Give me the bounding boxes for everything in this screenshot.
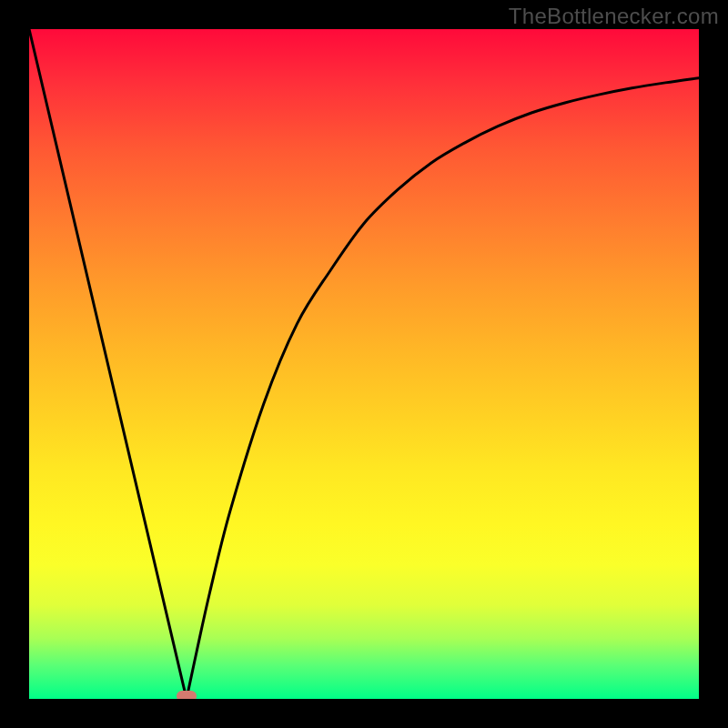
watermark-text: TheBottlenecker.com [509,4,719,29]
plot-area [29,29,699,699]
optimal-point-marker [177,691,197,699]
bottleneck-curve [29,29,699,699]
